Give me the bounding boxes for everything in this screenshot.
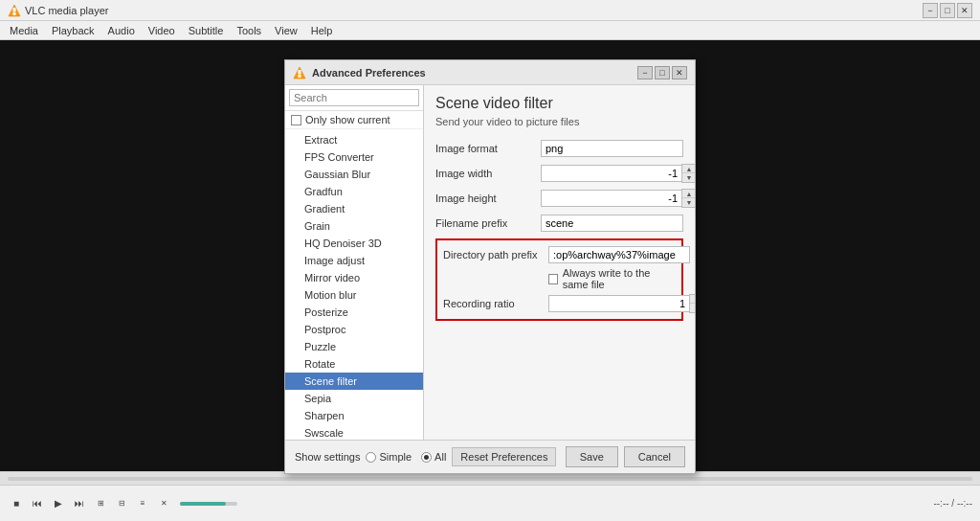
reset-preferences-button[interactable]: Reset Preferences [452, 447, 556, 466]
prev-button[interactable]: ⏮ [29, 495, 46, 512]
tree-item-hq-denoiser[interactable]: HQ Denoiser 3D [285, 235, 423, 252]
layout-btn1[interactable]: ⊞ [92, 495, 109, 512]
tree-item-sepia[interactable]: Sepia [285, 390, 423, 407]
image-width-spinner-btns: ▲ ▼ [681, 164, 695, 183]
menu-view[interactable]: View [269, 23, 303, 38]
play-button[interactable]: ▶ [50, 495, 67, 512]
cancel-button[interactable]: Cancel [624, 446, 685, 467]
always-write-row: Always write to the same file [443, 267, 676, 290]
tree-item-gaussian[interactable]: Gaussian Blur [285, 166, 423, 183]
tree-item-image-adjust[interactable]: Image adjust [285, 252, 423, 269]
image-width-spinner: ▲ ▼ [541, 164, 695, 183]
layout-btn4[interactable]: ✕ [155, 495, 172, 512]
panel-subtitle: Send your video to picture files [435, 116, 683, 127]
recording-ratio-up[interactable]: ▲ [690, 295, 695, 304]
radio-all[interactable]: All [421, 451, 446, 463]
search-input[interactable] [289, 89, 419, 106]
dialog-close-button[interactable]: ✕ [672, 66, 687, 79]
bottom-controls: ■ ⏮ ▶ ⏭ ⊞ ⊟ ≡ ✕ --:-- / --:-- [0, 471, 980, 521]
maximize-button[interactable]: □ [940, 3, 955, 18]
image-format-row: Image format [435, 139, 683, 158]
progress-track[interactable] [8, 477, 972, 481]
menu-audio[interactable]: Audio [102, 23, 141, 38]
directory-path-input[interactable] [548, 246, 690, 263]
tree-item-rotate[interactable]: Rotate [285, 355, 423, 373]
tree-item-posterize[interactable]: Posterize [285, 304, 423, 321]
image-height-spinner: ▲ ▼ [541, 189, 695, 208]
filename-prefix-row: Filename prefix [435, 214, 683, 233]
tree-item-gradfun[interactable]: Gradfun [285, 183, 423, 200]
tree-item-grain[interactable]: Grain [285, 217, 423, 235]
close-button[interactable]: ✕ [957, 3, 972, 18]
search-box [285, 85, 423, 111]
footer-buttons: Save Cancel [566, 446, 685, 467]
volume-slider[interactable] [180, 502, 237, 506]
tree-item-swscale[interactable]: Swscale [285, 424, 423, 440]
stop-button[interactable]: ■ [8, 495, 25, 512]
radio-simple[interactable]: Simple [366, 451, 412, 463]
progress-bar-area[interactable] [0, 472, 980, 486]
image-height-down[interactable]: ▼ [682, 198, 695, 207]
left-panel: Only show current Extract FPS Converter … [285, 85, 424, 440]
image-width-up[interactable]: ▲ [682, 165, 695, 173]
tree-item-scene-filter[interactable]: Scene filter [285, 373, 423, 390]
menu-help[interactable]: Help [305, 23, 339, 38]
recording-ratio-label: Recording ratio [443, 298, 548, 309]
layout-btn2[interactable]: ⊟ [113, 495, 130, 512]
filename-prefix-input[interactable] [541, 215, 683, 232]
vlc-title-icon [8, 4, 21, 17]
next-button[interactable]: ⏭ [71, 495, 88, 512]
recording-ratio-input[interactable] [548, 295, 689, 312]
menu-tools[interactable]: Tools [231, 23, 267, 38]
dialog-body: Only show current Extract FPS Converter … [285, 85, 695, 440]
svg-rect-5 [299, 70, 301, 75]
tree-item-postproc[interactable]: Postproc [285, 321, 423, 338]
dialog-footer: Show settings Simple All Reset Prefe [285, 440, 695, 473]
radio-simple-label: Simple [379, 451, 412, 463]
minimize-button[interactable]: − [923, 3, 938, 18]
radio-all-label: All [434, 451, 446, 463]
menu-video[interactable]: Video [143, 23, 181, 38]
svg-rect-2 [13, 8, 16, 12]
dialog-minimize-button[interactable]: − [637, 66, 653, 79]
image-height-up[interactable]: ▲ [682, 190, 695, 198]
save-button[interactable]: Save [566, 446, 618, 467]
only-current-label: Only show current [305, 114, 390, 125]
menu-playback[interactable]: Playback [46, 23, 100, 38]
dialog-overlay: Advanced Preferences − □ ✕ [0, 40, 980, 471]
layout-btn3[interactable]: ≡ [134, 495, 151, 512]
directory-path-row: Directory path prefix [443, 246, 676, 263]
tree-item-gradient[interactable]: Gradient [285, 200, 423, 217]
dialog-maximize-button[interactable]: □ [655, 66, 670, 79]
radio-simple-circle[interactable] [366, 452, 376, 463]
video-area: Advanced Preferences − □ ✕ [0, 40, 980, 471]
time-display: --:-- / --:-- [933, 498, 972, 509]
menu-subtitle[interactable]: Subtitle [183, 23, 230, 38]
filename-prefix-label: Filename prefix [435, 217, 541, 229]
tree-item-mirror[interactable]: Mirror video [285, 269, 423, 286]
tree-item-puzzle[interactable]: Puzzle [285, 338, 423, 355]
radio-all-circle[interactable] [421, 452, 432, 463]
recording-ratio-spinner-btns: ▲ ▼ [689, 294, 695, 313]
advanced-preferences-dialog: Advanced Preferences − □ ✕ [284, 59, 696, 474]
highlight-section: Directory path prefix Always write to th… [435, 238, 683, 321]
tree-item-motion-blur[interactable]: Motion blur [285, 286, 423, 304]
dialog-title-controls: − □ ✕ [637, 66, 687, 79]
image-height-spinner-btns: ▲ ▼ [681, 189, 695, 208]
panel-title: Scene video filter [435, 95, 683, 112]
always-write-checkbox[interactable] [548, 274, 558, 284]
image-height-input[interactable] [541, 190, 681, 207]
tree-item-sharpen[interactable]: Sharpen [285, 407, 423, 424]
always-write-checkbox-row: Always write to the same file [548, 267, 676, 290]
tree-item-fps[interactable]: FPS Converter [285, 148, 423, 166]
image-width-input[interactable] [541, 165, 681, 182]
menu-media[interactable]: Media [4, 23, 44, 38]
tree-item-extract[interactable]: Extract [285, 131, 423, 148]
image-format-input[interactable] [541, 140, 683, 157]
tree-list[interactable]: Extract FPS Converter Gaussian Blur Grad… [285, 129, 423, 440]
dialog-title-bar: Advanced Preferences − □ ✕ [285, 60, 695, 85]
recording-ratio-down[interactable]: ▼ [690, 304, 695, 312]
image-width-down[interactable]: ▼ [682, 173, 695, 182]
radio-group: Simple All [366, 451, 446, 463]
only-current-checkbox[interactable] [291, 115, 301, 125]
